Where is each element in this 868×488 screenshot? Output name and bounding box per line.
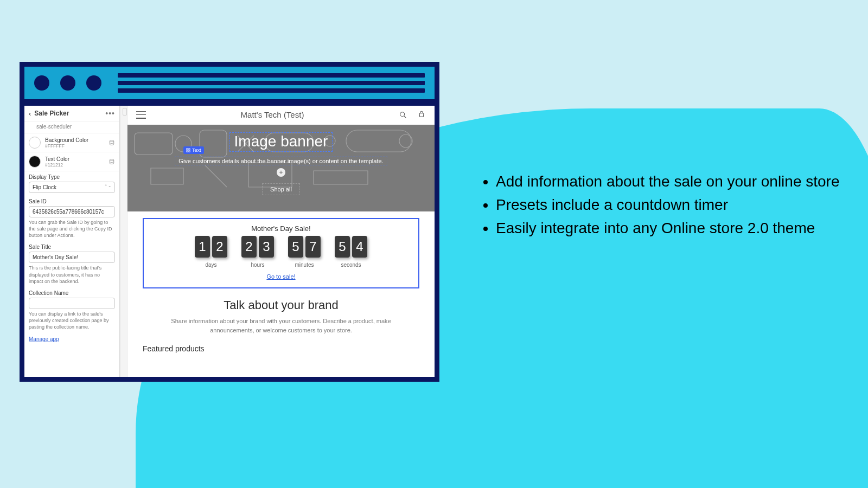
sale-id-label: Sale ID <box>29 198 115 204</box>
text-color-row[interactable]: Text Color #121212 <box>24 152 119 171</box>
clock-digit: 5 <box>335 236 350 258</box>
window-titlebar <box>24 67 435 106</box>
svg-rect-4 <box>135 133 173 155</box>
sale-title-help: This is the public-facing title that's d… <box>29 265 115 284</box>
collection-input[interactable] <box>29 298 115 309</box>
svg-point-2 <box>400 112 405 116</box>
collection-help: You can display a link to the sale's pre… <box>29 311 115 330</box>
database-icon <box>108 158 115 165</box>
bullet-item: Presets include a countdown timer <box>496 194 840 215</box>
svg-rect-11 <box>187 149 188 150</box>
sale-id-help: You can grab the Sale ID by going to the… <box>29 219 115 239</box>
cart-icon[interactable] <box>417 111 426 119</box>
store-name: Matt's Tech (Test) <box>241 110 304 119</box>
brand-body: Share information about your brand with … <box>155 317 407 335</box>
search-icon[interactable] <box>399 111 407 119</box>
text-color-label: Text Color <box>45 156 108 162</box>
clock-digit: 2 <box>212 236 227 258</box>
clock-unit: hours <box>251 262 264 268</box>
go-to-sale-link[interactable]: Go to sale! <box>266 273 295 280</box>
store-preview: Matt's Tech (Test) Image banner <box>127 106 435 377</box>
sale-title-label: Sale Title <box>29 244 115 250</box>
clock-digit: 5 <box>288 236 303 258</box>
feature-bullets: Add information about the sale on your o… <box>477 171 840 241</box>
clock-unit: minutes <box>295 262 314 268</box>
svg-rect-14 <box>189 151 190 152</box>
panel-divider <box>120 106 127 377</box>
color-swatch <box>29 156 41 168</box>
bg-color-row[interactable]: Background Color #FFFFFF <box>24 133 119 152</box>
collection-label: Collection Name <box>29 290 115 296</box>
sale-id-input[interactable] <box>29 206 115 217</box>
display-type-select[interactable] <box>29 182 115 193</box>
store-header: Matt's Tech (Test) <box>127 106 435 125</box>
bullet-item: Easily integrate into any Online store 2… <box>496 217 840 239</box>
settings-sidebar: ‹ Sale Picker ••• sale-scheduler Backgro… <box>24 106 120 377</box>
more-icon[interactable]: ••• <box>105 109 115 118</box>
bg-color-hex: #FFFFFF <box>45 143 108 149</box>
clock-unit: seconds <box>341 262 361 268</box>
window-bars <box>118 70 425 96</box>
flip-clock: 1 2 days 2 3 hours 5 <box>149 236 413 268</box>
clock-digit: 4 <box>352 236 367 258</box>
manage-app-link[interactable]: Manage app <box>24 333 63 345</box>
display-type-label: Display Type <box>29 174 115 180</box>
app-name: sale-scheduler <box>24 121 119 133</box>
window-dot <box>34 75 49 91</box>
sale-title-text: Mother's Day Sale! <box>149 224 413 233</box>
color-swatch <box>29 137 41 149</box>
selection-tag[interactable]: Text <box>183 146 204 154</box>
clock-digit: 7 <box>305 236 321 258</box>
banner-heading[interactable]: Image banner <box>229 132 333 152</box>
clock-digit: 2 <box>241 236 257 258</box>
selection-tag-text: Text <box>192 147 201 153</box>
brand-section: Talk about your brand Share information … <box>127 298 435 335</box>
clock-digit: 1 <box>195 236 210 258</box>
banner-subtext[interactable]: Give customers details about the banner … <box>175 156 387 166</box>
browser-window: ‹ Sale Picker ••• sale-scheduler Backgro… <box>20 62 439 382</box>
svg-point-10 <box>399 134 412 147</box>
svg-point-1 <box>110 159 114 161</box>
hamburger-icon[interactable] <box>136 111 146 119</box>
clock-digit: 3 <box>259 236 274 258</box>
sale-countdown-block[interactable]: Mother's Day Sale! 1 2 days 2 3 <box>143 218 419 288</box>
bg-color-label: Background Color <box>45 137 108 143</box>
svg-line-3 <box>404 116 406 118</box>
image-banner[interactable]: Image banner Text Give customers details… <box>127 125 435 211</box>
svg-rect-9 <box>346 130 411 152</box>
featured-heading: Featured products <box>127 335 435 353</box>
sale-title-input[interactable] <box>29 252 115 263</box>
back-icon[interactable]: ‹ <box>29 110 31 118</box>
svg-rect-12 <box>189 149 190 150</box>
window-dot <box>60 75 75 91</box>
svg-point-0 <box>110 140 114 142</box>
sidebar-title: Sale Picker <box>34 110 105 117</box>
database-icon <box>108 139 115 146</box>
window-dot <box>86 75 101 91</box>
svg-rect-13 <box>187 151 188 152</box>
clock-unit: days <box>205 262 216 268</box>
brand-heading: Talk about your brand <box>155 298 407 312</box>
bullet-item: Add information about the sale on your o… <box>496 171 840 192</box>
text-color-hex: #121212 <box>45 162 108 168</box>
